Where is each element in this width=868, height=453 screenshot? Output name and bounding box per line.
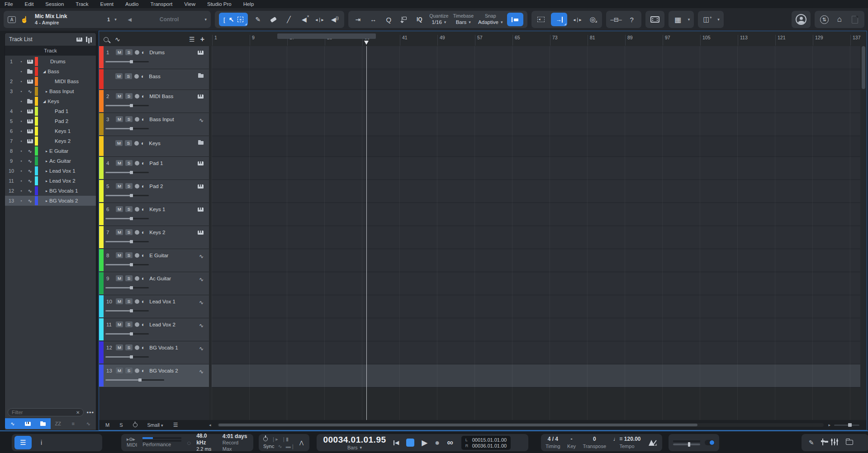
record-arm-button[interactable] xyxy=(135,230,139,235)
record-arm-button[interactable] xyxy=(135,207,139,212)
collapse-arrow-icon[interactable]: ◀ xyxy=(126,17,134,23)
mute-button[interactable]: M xyxy=(116,116,123,122)
output-slider-handle[interactable] xyxy=(688,442,690,447)
power-icon[interactable] xyxy=(133,423,138,427)
record-arm-button[interactable] xyxy=(135,253,139,258)
lanes[interactable] xyxy=(212,46,860,420)
solo-button[interactable]: S xyxy=(125,49,133,55)
global-mute-button[interactable]: M xyxy=(105,422,109,428)
mute-button[interactable]: M xyxy=(116,93,123,99)
grid-view-button[interactable]: ▦ xyxy=(673,15,683,24)
volume-slider[interactable] xyxy=(105,333,149,335)
monitor-button[interactable]: ◐ xyxy=(142,230,145,235)
record-arm-button[interactable] xyxy=(135,345,139,350)
volume-handle[interactable] xyxy=(130,332,133,335)
scroll-left-icon[interactable]: ◂ xyxy=(209,423,211,427)
console-icon[interactable] xyxy=(86,37,87,42)
volume-handle[interactable] xyxy=(130,194,133,197)
solo-button[interactable]: S xyxy=(125,229,133,235)
fade-icon[interactable]: ∿ xyxy=(278,444,282,449)
tracklist-row-lead-vox-1[interactable]: 10●∿▸Lead Vox 1 xyxy=(5,166,96,176)
expand-arrow-icon[interactable]: ◢ xyxy=(43,70,46,74)
monitor-button[interactable]: ◐ xyxy=(142,322,145,327)
menu-item-help[interactable]: Help xyxy=(243,1,254,7)
arrange-track-header-drums[interactable]: 1MS◐Drums xyxy=(99,46,209,69)
lane-pad-2[interactable] xyxy=(212,180,860,203)
audio-filter-icon[interactable]: ∿ xyxy=(5,418,20,429)
collapse-arrow-icon[interactable]: ▸ xyxy=(46,90,47,94)
volume-handle[interactable] xyxy=(130,240,133,243)
tracklist-row-keys-1[interactable]: 6●Keys 1 xyxy=(5,126,96,136)
auto-mode-icon[interactable]: A xyxy=(8,16,16,23)
mute-button[interactable]: M xyxy=(115,140,123,146)
zoom-slider-handle[interactable] xyxy=(848,423,852,427)
monitor-button[interactable]: ◐ xyxy=(142,160,145,166)
return-to-start-button[interactable]: ◀ xyxy=(394,439,399,446)
channel-number[interactable]: 1 xyxy=(107,17,110,22)
timestretch-icon[interactable]: ⇥ xyxy=(352,16,363,23)
split-tool-button[interactable]: ◂❘▸ xyxy=(314,17,325,22)
user-avatar[interactable] xyxy=(796,14,806,25)
locate-button[interactable]: ◎ xyxy=(587,15,598,24)
monitor-button[interactable]: ◐ xyxy=(142,94,145,99)
arrange-track-header-bass-input[interactable]: 3MS◐Bass Input∿ xyxy=(99,113,209,136)
solo-button[interactable]: S xyxy=(125,368,133,373)
play-button[interactable]: ▶ xyxy=(422,438,427,448)
volume-handle[interactable] xyxy=(130,309,133,312)
record-arm-button[interactable] xyxy=(135,117,139,122)
mute-button[interactable]: M xyxy=(116,252,123,258)
solo-button[interactable]: S xyxy=(125,160,133,166)
volume-handle[interactable] xyxy=(130,127,133,130)
record-arm-button[interactable] xyxy=(135,184,139,189)
monitor-button[interactable]: ◐ xyxy=(141,74,144,79)
monitor-button[interactable]: ◐ xyxy=(142,345,145,350)
vertical-scrollbar[interactable] xyxy=(861,46,866,420)
record-arm-button[interactable] xyxy=(135,161,139,165)
volume-handle[interactable] xyxy=(130,104,133,107)
volume-slider[interactable] xyxy=(105,287,149,288)
record-arm-button[interactable] xyxy=(134,74,139,79)
channel-caret-icon[interactable]: ▾ xyxy=(114,17,117,22)
record-arm-button[interactable] xyxy=(135,322,139,327)
menu-item-track[interactable]: Track xyxy=(76,1,88,7)
clear-filter-icon[interactable]: ✕ xyxy=(76,410,80,415)
lane-bg-vocals-2[interactable] xyxy=(212,364,860,387)
lane-lead-vox-2[interactable] xyxy=(212,318,860,341)
video-button[interactable] xyxy=(650,16,660,23)
solo-button[interactable]: S xyxy=(125,321,133,327)
input-quantize-button[interactable]: IQ xyxy=(414,16,425,23)
arrange-track-header-bg-vocals-2[interactable]: 13MS◐BG Vocals 2∿ xyxy=(99,364,209,387)
eraser-tool-button[interactable] xyxy=(268,18,279,21)
lane-keys-1[interactable] xyxy=(212,203,860,226)
record-button[interactable]: ● xyxy=(435,438,440,448)
collapse-arrow-icon[interactable]: ▸ xyxy=(46,159,47,163)
filter-input[interactable] xyxy=(12,410,76,415)
arrange-track-header-e-guitar[interactable]: 8MS◐E Guitar∿ xyxy=(99,249,209,272)
autoscroll-button[interactable]: → xyxy=(551,13,567,26)
tracklist-row-bass[interactable]: ●◢Bass xyxy=(5,66,96,76)
collapse-arrow-icon[interactable]: ▸ xyxy=(46,199,47,203)
tracklist-row-e-guitar[interactable]: 8●∿▸E Guitar xyxy=(5,146,96,156)
mute-tool-button[interactable]: ◀× xyxy=(299,16,309,23)
lane-bass-input[interactable] xyxy=(212,113,860,136)
mute-button[interactable]: M xyxy=(116,298,123,304)
menu-item-file[interactable]: File xyxy=(5,1,13,7)
menu-item-session[interactable]: Session xyxy=(45,1,64,7)
home-button[interactable]: ⌂ xyxy=(834,15,845,24)
performance-indicator[interactable]: Performance xyxy=(142,437,181,448)
channel-strip-button[interactable] xyxy=(822,439,823,447)
lane-keys[interactable] xyxy=(212,136,860,157)
tracklist-row-bg-vocals-1[interactable]: 12●∿▸BG Vocals 1 xyxy=(5,186,96,196)
midi-indicator[interactable]: ▸⊙▸ MIDI xyxy=(127,437,137,448)
mute-button[interactable]: M xyxy=(116,368,123,373)
monitor-button[interactable]: ◐ xyxy=(142,117,145,122)
tracklist-row-bg-vocals-2[interactable]: 13●∿▸BG Vocals 2 xyxy=(5,196,96,206)
monitor-button[interactable]: ◐ xyxy=(142,368,145,373)
volume-slider[interactable] xyxy=(105,218,149,219)
plug-icon[interactable]: ▬❘ xyxy=(286,444,295,449)
lane-lead-vox-1[interactable] xyxy=(212,295,860,318)
automation-filter-icon[interactable]: ZZ xyxy=(51,418,66,429)
automation-curves-icon[interactable]: ∿ xyxy=(115,36,120,43)
volume-handle[interactable] xyxy=(130,171,133,174)
arrange-track-header-ac-guitar[interactable]: 9MS◐Ac Guitar∿ xyxy=(99,272,209,295)
